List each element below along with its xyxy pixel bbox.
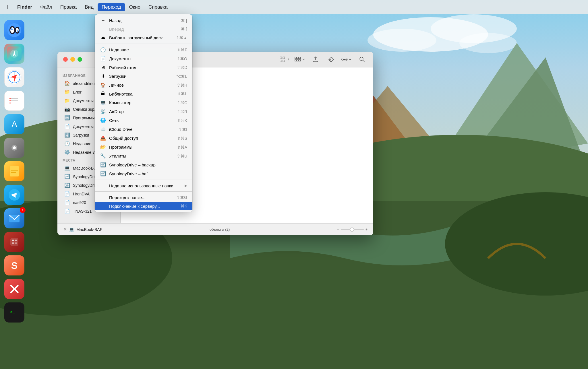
menubar-window[interactable]: Окно xyxy=(125,3,145,11)
nas920-icon: 📄 xyxy=(64,200,70,205)
svg-rect-61 xyxy=(283,60,285,62)
screenshot-icon: 📷 xyxy=(64,106,70,112)
menu-item-[interactable]: 🏠Личное⇧⌘H xyxy=(95,81,192,90)
menu-item-label-23: Подключение к серверу... xyxy=(109,204,181,209)
close-button[interactable] xyxy=(63,57,68,62)
svg-point-72 xyxy=(360,57,363,61)
menu-shortcut-23: ⌘K xyxy=(181,204,187,208)
dock-icon-mail[interactable]: 1 xyxy=(4,208,24,228)
menu-item-synologydrive--backup[interactable]: 🔄SynologyDrive – backup xyxy=(95,160,192,169)
menu-item-[interactable]: 📂Программы⇧⌘A xyxy=(95,143,192,152)
apple-menu-icon[interactable]:  xyxy=(6,3,8,11)
menubar-finder[interactable]: Finder xyxy=(13,3,36,11)
menu-item---[interactable]: Недавно использованные папки▶ xyxy=(95,181,192,190)
dock-icon-notes[interactable] xyxy=(4,161,24,181)
svg-rect-67 xyxy=(299,60,300,61)
menu-item-[interactable]: 🕐Недавние⇧⌘F xyxy=(95,45,192,54)
menubar-file[interactable]: Файл xyxy=(36,3,56,11)
menu-item-: →Вперед⌘ ] xyxy=(95,25,192,33)
share-button[interactable] xyxy=(310,55,321,63)
apps-icon: 🔤 xyxy=(64,115,70,121)
menu-item-icon-14: 📤 xyxy=(100,135,106,141)
folder-icon-docs: 📁 xyxy=(64,98,70,103)
dock-icon-tower[interactable] xyxy=(4,232,24,252)
sidebar-item-macbook-label: MacBook-B... xyxy=(73,166,97,170)
menu-shortcut-1: ⌘ ] xyxy=(181,27,187,31)
menu-item-icon-12: 🌐 xyxy=(100,118,106,123)
dock-icon-terminal[interactable]: >_ xyxy=(4,302,24,323)
menu-item-synologydrive--baf[interactable]: 🔄SynologyDrive – baf xyxy=(95,169,192,178)
tag-button[interactable] xyxy=(326,55,336,63)
dock-icon-finder[interactable] xyxy=(4,20,24,40)
dock-icon-settings[interactable] xyxy=(4,138,24,158)
menu-shortcut-9: ⇧⌘L xyxy=(177,92,187,96)
go-dropdown-menu: ←Назад⌘ [→Вперед⌘ ]⏏Выбрать загрузочный … xyxy=(95,14,192,212)
menu-item-[interactable]: 🔧Утилиты⇧⌘U xyxy=(95,152,192,160)
menu-item---[interactable]: Переход к папке...⇧⌘G xyxy=(95,193,192,202)
finder-statusbar: ✕ 💻 MacBook-BAF объекты (2) − + xyxy=(57,223,373,235)
menu-item-[interactable]: ←Назад⌘ [ xyxy=(95,16,192,25)
sidebar-item-docs-label: Документы xyxy=(73,98,94,103)
view-options-button[interactable] xyxy=(295,55,305,63)
finder-toolbar xyxy=(279,55,368,63)
svg-point-18 xyxy=(11,28,13,30)
menu-item-label-20: Недавно использованные папки xyxy=(109,183,183,188)
menu-item-[interactable]: 🌐Сеть⇧⌘K xyxy=(95,116,192,125)
svg-rect-58 xyxy=(280,57,282,59)
hrendva-icon: 📄 xyxy=(64,191,70,197)
maximize-button[interactable] xyxy=(78,57,82,62)
sidebar-item-blog-label: Блог xyxy=(73,90,82,94)
svg-rect-40 xyxy=(10,166,19,176)
menu-shortcut-16: ⇧⌘U xyxy=(177,154,187,158)
menu-item-label-16: Утилиты xyxy=(109,154,177,158)
zoom-slider[interactable]: − + xyxy=(337,228,368,232)
menubar-edit[interactable]: Правка xyxy=(56,3,81,11)
close-indicator-icon[interactable]: ✕ xyxy=(63,227,67,232)
menu-item-icloud-drive[interactable]: ☁️iCloud Drive⇧⌘I xyxy=(95,125,192,134)
dock-icon-partner[interactable] xyxy=(4,279,24,299)
dock-icon-reminders[interactable] xyxy=(4,91,24,111)
menu-separator-19 xyxy=(95,180,192,180)
menu-item-[interactable]: 📄Документы⇧⌘O xyxy=(95,54,192,63)
menu-item-[interactable]: 🏛Библиотека⇧⌘L xyxy=(95,90,192,98)
dock-icon-launchpad[interactable] xyxy=(4,44,24,64)
menu-item--[interactable]: 🖥Рабочий стол⇧⌘D xyxy=(95,63,192,72)
dock-icon-sublime[interactable]: S xyxy=(4,255,24,275)
sidebar-item-hrendva-label: HrenDVA xyxy=(73,192,90,196)
dock-icon-appstore[interactable]: A xyxy=(4,114,24,134)
minimize-button[interactable] xyxy=(70,57,75,62)
menu-item-label-17: SynologyDrive – backup xyxy=(109,162,187,167)
menu-item-icon-1: → xyxy=(100,26,106,32)
menu-item-[interactable]: 💻Компьютер⇧⌘C xyxy=(95,98,192,107)
svg-point-20 xyxy=(16,28,19,32)
menubar-go[interactable]: Переход xyxy=(98,3,125,11)
menu-item-label-12: Сеть xyxy=(109,118,177,123)
search-button[interactable] xyxy=(357,55,368,63)
menu-item-airdrop[interactable]: 📡AirDrop⇧⌘R xyxy=(95,107,192,116)
svg-rect-48 xyxy=(10,238,18,246)
menu-item-icon-0: ← xyxy=(100,18,106,23)
menu-item---[interactable]: ⏏Выбрать загрузочный диск⇧⌘▲ xyxy=(95,33,192,42)
menubar-help[interactable]: Справка xyxy=(144,3,172,11)
svg-rect-64 xyxy=(299,57,300,59)
menu-item--[interactable]: 📤Общий доступ⇧⌘S xyxy=(95,134,192,143)
svg-text:>_: >_ xyxy=(10,310,15,314)
svg-rect-62 xyxy=(295,57,296,59)
menubar-view[interactable]: Вид xyxy=(81,3,98,11)
menu-item-label-1: Вперед xyxy=(109,27,181,32)
menu-item---[interactable]: Подключение к серверу...⌘K xyxy=(95,202,192,210)
menu-item-[interactable]: ⬇Загрузки⌥⌘L xyxy=(95,72,192,81)
dock-icon-telegram[interactable] xyxy=(4,185,24,205)
home-icon: 🏠 xyxy=(64,81,70,86)
svg-rect-50 xyxy=(15,240,17,241)
view-grid-button[interactable] xyxy=(279,55,290,63)
menu-shortcut-2: ⇧⌘▲ xyxy=(176,36,187,40)
svg-point-17 xyxy=(10,27,14,33)
more-button[interactable] xyxy=(341,55,352,63)
menu-item-icon-2: ⏏ xyxy=(100,35,106,40)
menu-item-label-8: Личное xyxy=(109,83,177,88)
dock-icon-safari[interactable] xyxy=(4,67,24,87)
svg-point-70 xyxy=(344,59,345,60)
menu-item-icon-8: 🏠 xyxy=(100,82,106,88)
svg-rect-52 xyxy=(15,242,17,244)
